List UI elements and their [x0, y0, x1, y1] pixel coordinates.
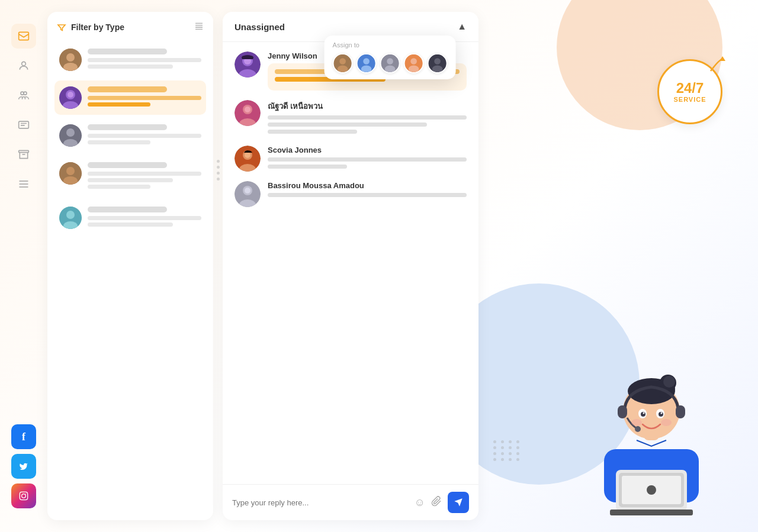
conv-info-4 — [88, 162, 201, 191]
conv-info-5 — [88, 207, 201, 229]
svg-point-3 — [24, 92, 27, 95]
sidebar-item-archive[interactable] — [11, 142, 36, 167]
msg-lines-nathwadee — [268, 115, 467, 134]
chat-messages: Jenny Wilson — [223, 42, 478, 484]
conv-avatar-4 — [59, 162, 82, 185]
svg-point-28 — [66, 167, 75, 175]
instagram-btn[interactable] — [11, 483, 36, 508]
social-links: f — [11, 424, 36, 508]
conv-item-4[interactable] — [54, 156, 206, 197]
svg-point-59 — [245, 152, 250, 158]
svg-point-88 — [631, 419, 642, 426]
svg-point-81 — [635, 426, 641, 432]
sidebar-item-tickets[interactable] — [11, 112, 36, 137]
svg-point-44 — [409, 66, 419, 73]
chevron-up-icon[interactable]: ▲ — [457, 21, 467, 32]
chat-panel: Assign to — [223, 12, 478, 520]
facebook-btn[interactable]: f — [11, 424, 36, 449]
send-button[interactable] — [448, 492, 469, 513]
svg-point-47 — [432, 66, 443, 73]
assign-agent-1[interactable] — [333, 53, 353, 73]
conv-item-5[interactable] — [54, 201, 206, 235]
msg-avatar-jenny — [235, 51, 261, 78]
cs-illustration — [568, 295, 734, 520]
unassigned-badge: Unassigned — [235, 22, 285, 32]
msg-avatar-nathwadee — [235, 100, 261, 126]
assign-agent-4[interactable] — [404, 53, 424, 73]
svg-point-35 — [338, 66, 348, 73]
svg-point-87 — [661, 412, 663, 414]
svg-marker-64 — [720, 56, 725, 61]
assign-avatars-list — [333, 53, 448, 73]
svg-point-25 — [66, 128, 75, 137]
filter-label: Filter by Type — [71, 22, 124, 32]
sidebar-item-inbox[interactable] — [11, 24, 36, 49]
msg-content-bassirou: Bassirou Moussa Amadou — [268, 181, 467, 200]
list-view-icon[interactable] — [194, 21, 204, 33]
sidebar: f — [0, 12, 47, 520]
twitter-btn[interactable] — [11, 454, 36, 479]
svg-point-38 — [361, 66, 372, 73]
svg-point-34 — [339, 58, 346, 65]
msg-name-bassirou: Bassirou Moussa Amadou — [268, 181, 467, 190]
svg-rect-0 — [19, 32, 29, 40]
msg-name-nathwadee: ณัฐวดี เหนือพวน — [268, 100, 467, 112]
chat-input-area: ☺ — [223, 484, 478, 520]
conv-avatar-2 — [59, 86, 82, 109]
chat-input[interactable] — [232, 498, 409, 507]
svg-rect-90 — [610, 510, 693, 515]
service-badge-number: 24/7 — [676, 80, 704, 96]
svg-point-40 — [387, 58, 393, 65]
svg-point-43 — [410, 58, 417, 65]
svg-point-37 — [363, 58, 370, 65]
msg-nathwadee: ณัฐวดี เหนือพวน — [235, 100, 467, 136]
msg-bassirou: Bassirou Moussa Amadou — [235, 181, 467, 207]
conv-item-2[interactable] — [54, 80, 206, 115]
conv-item-3[interactable] — [54, 118, 206, 153]
conv-avatar-3 — [59, 124, 82, 147]
svg-point-11 — [25, 494, 26, 494]
attachment-icon[interactable] — [431, 496, 442, 510]
sidebar-item-contacts[interactable] — [11, 53, 36, 78]
msg-avatar-bassirou — [235, 181, 261, 207]
filter-icon — [57, 22, 66, 32]
svg-point-70 — [647, 485, 656, 495]
svg-rect-79 — [618, 405, 627, 418]
emoji-icon[interactable]: ☺ — [415, 496, 425, 509]
svg-point-89 — [661, 419, 672, 426]
illustration-area: 24/7 SERVICE — [478, 12, 758, 520]
svg-point-46 — [434, 58, 441, 65]
svg-point-76 — [663, 376, 675, 388]
svg-point-41 — [385, 66, 396, 73]
svg-point-86 — [643, 412, 645, 414]
assign-dropdown: Assign to — [325, 36, 456, 79]
service-badge: 24/7 SERVICE — [657, 59, 722, 124]
svg-rect-5 — [19, 150, 29, 152]
conv-header-title: Filter by Type — [57, 22, 124, 32]
svg-point-10 — [22, 494, 26, 498]
msg-lines-scovia — [268, 157, 467, 169]
conv-item-1[interactable] — [54, 43, 206, 77]
msg-lines-bassirou — [268, 193, 467, 197]
svg-point-18 — [66, 53, 75, 62]
conv-avatar-5 — [59, 207, 82, 229]
conv-info-3 — [88, 124, 201, 147]
assign-agent-3[interactable] — [380, 53, 400, 73]
conv-avatar-1 — [59, 49, 82, 71]
sidebar-item-teams[interactable] — [11, 83, 36, 108]
svg-marker-12 — [58, 25, 65, 30]
svg-point-63 — [245, 188, 250, 194]
msg-avatar-scovia — [235, 146, 261, 172]
svg-rect-9 — [20, 492, 27, 499]
conv-info-2 — [88, 86, 201, 109]
assign-label: Assign to — [333, 41, 448, 49]
conv-info-1 — [88, 49, 201, 71]
assign-agent-5[interactable] — [428, 53, 448, 73]
sidebar-item-notes[interactable] — [11, 172, 36, 196]
assign-agent-2[interactable] — [356, 53, 377, 73]
msg-scovia: Scovia Jonnes — [235, 146, 467, 172]
svg-point-55 — [245, 107, 250, 112]
svg-point-1 — [22, 62, 26, 66]
svg-point-23 — [68, 92, 73, 98]
msg-name-scovia: Scovia Jonnes — [268, 146, 467, 154]
